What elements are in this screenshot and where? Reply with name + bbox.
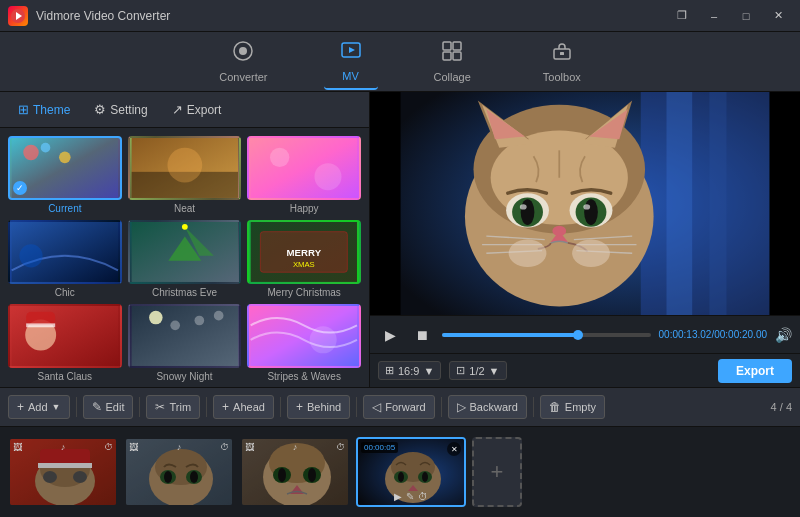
clip-1-clock-icon: ⏱ — [104, 442, 113, 452]
svg-rect-40 — [251, 306, 357, 366]
svg-rect-43 — [641, 92, 770, 315]
ratio-select[interactable]: ⊞ 16:9 ▼ — [378, 361, 441, 380]
theme-thumb-chic[interactable] — [8, 220, 122, 284]
play-button[interactable]: ▶ — [378, 323, 402, 347]
nav-converter[interactable]: Converter — [203, 34, 283, 89]
add-button[interactable]: + Add ▼ — [8, 395, 70, 419]
theme-thumb-happy[interactable] — [247, 136, 361, 200]
theme-thumb-santa[interactable] — [8, 304, 122, 368]
nav-toolbox[interactable]: Toolbox — [527, 34, 597, 89]
clip-4-time: 00:00:05 — [361, 442, 398, 453]
theme-item-neat[interactable]: Neat — [128, 136, 242, 214]
theme-item-merry-christmas[interactable]: MERRY XMAS Merry Christmas — [247, 220, 361, 298]
maximize-button[interactable]: – — [700, 7, 728, 25]
forward-button[interactable]: ◁ Forward — [363, 395, 434, 419]
minimize-button[interactable]: ❐ — [668, 7, 696, 25]
trim-button[interactable]: ✂ Trim — [146, 395, 200, 419]
behind-button[interactable]: + Behind — [287, 395, 350, 419]
theme-item-stripes-waves[interactable]: Stripes & Waves — [247, 304, 361, 382]
add-clip-icon: + — [491, 459, 504, 485]
clip-4-play-icon[interactable]: ▶ — [394, 491, 402, 502]
empty-button[interactable]: 🗑 Empty — [540, 395, 605, 419]
theme-item-christmas-eve[interactable]: Christmas Eve — [128, 220, 242, 298]
tab-setting[interactable]: ⚙ Setting — [84, 98, 157, 121]
theme-item-santa-claus[interactable]: Santa Claus — [8, 304, 122, 382]
svg-point-37 — [170, 320, 180, 330]
clip-2-overlay: 🖼 ♪ ⏱ — [126, 439, 232, 505]
nav-collage[interactable]: Collage — [418, 34, 487, 89]
timeline-clip-1[interactable]: 🖼 ♪ ⏱ — [8, 437, 118, 507]
mv-icon — [340, 39, 362, 66]
svg-rect-7 — [443, 52, 451, 60]
theme-label-santa-claus: Santa Claus — [38, 371, 92, 382]
timeline-clip-3[interactable]: 🖼 ♪ ⏱ — [240, 437, 350, 507]
svg-point-38 — [194, 316, 204, 326]
theme-thumb-snowy[interactable] — [128, 304, 242, 368]
restore-button[interactable]: □ — [732, 7, 760, 25]
app-title: Vidmore Video Converter — [36, 9, 668, 23]
behind-label: Behind — [307, 401, 341, 413]
clip-3-music-icon: ♪ — [293, 442, 298, 452]
theme-item-happy[interactable]: Happy — [247, 136, 361, 214]
theme-thumb-neat[interactable] — [128, 136, 242, 200]
export-button[interactable]: Export — [718, 359, 792, 383]
clip-2-photo-icon: 🖼 — [129, 442, 138, 452]
nav-mv[interactable]: MV — [324, 33, 378, 90]
left-panel: ⊞ Theme ⚙ Setting ↗ Export — [0, 92, 370, 387]
preview-video — [370, 92, 800, 315]
tab-export[interactable]: ↗ Export — [162, 98, 232, 121]
quality-chevron: ▼ — [489, 365, 500, 377]
clip-4-clock-icon[interactable]: ⏱ — [418, 491, 428, 502]
forward-label: Forward — [385, 401, 425, 413]
close-button[interactable]: ✕ — [764, 7, 792, 25]
theme-item-snowy-night[interactable]: Snowy Night — [128, 304, 242, 382]
ahead-button[interactable]: + Ahead — [213, 395, 274, 419]
clip-1-top: 🖼 ♪ ⏱ — [13, 442, 113, 452]
svg-point-12 — [23, 145, 38, 160]
theme-item-chic[interactable]: Chic — [8, 220, 122, 298]
time-current: 00:00:13.02 — [659, 329, 712, 340]
clip-4-edit-icon[interactable]: ✎ — [406, 491, 414, 502]
stop-button[interactable]: ⏹ — [410, 323, 434, 347]
quality-select[interactable]: ⊡ 1/2 ▼ — [449, 361, 506, 380]
theme-grid: ✓ Current — [0, 128, 369, 387]
time-total: 00:00:20.00 — [714, 329, 767, 340]
theme-thumb-merry-christmas[interactable]: MERRY XMAS — [247, 220, 361, 284]
quality-value: 1/2 — [469, 365, 484, 377]
theme-thumb-christmas-eve[interactable] — [128, 220, 242, 284]
progress-bar[interactable] — [442, 333, 651, 337]
tab-export-label: Export — [187, 103, 222, 117]
timeline-clip-4[interactable]: 00:00:05 ✕ ▶ ✎ ⏱ — [356, 437, 466, 507]
converter-icon — [232, 40, 254, 67]
svg-point-72 — [572, 240, 610, 267]
clip-1-music-icon: ♪ — [61, 442, 66, 452]
theme-item-current[interactable]: ✓ Current — [8, 136, 122, 214]
svg-point-57 — [521, 199, 535, 225]
tab-theme[interactable]: ⊞ Theme — [8, 98, 80, 121]
forward-icon: ◁ — [372, 400, 381, 414]
clip-4-close[interactable]: ✕ — [447, 442, 461, 456]
clip-4-controls: ▶ ✎ ⏱ — [361, 491, 461, 502]
edit-button[interactable]: ✎ Edit — [83, 395, 134, 419]
volume-icon[interactable]: 🔊 — [775, 327, 792, 343]
trim-icon: ✂ — [155, 400, 165, 414]
svg-point-20 — [315, 163, 342, 190]
timeline-clip-2[interactable]: 🖼 ♪ ⏱ — [124, 437, 234, 507]
theme-thumb-current[interactable]: ✓ — [8, 136, 122, 200]
add-clip-button[interactable]: + — [472, 437, 522, 507]
backward-button[interactable]: ▷ Backward — [448, 395, 527, 419]
main-area: ⊞ Theme ⚙ Setting ↗ Export — [0, 92, 800, 387]
svg-point-61 — [584, 199, 598, 225]
theme-label-current: Current — [48, 203, 81, 214]
svg-rect-5 — [443, 42, 451, 50]
collage-icon — [441, 40, 463, 67]
svg-point-17 — [167, 148, 202, 183]
backward-label: Backward — [470, 401, 518, 413]
toolbar-sep-5 — [356, 397, 357, 417]
theme-thumb-stripes[interactable] — [247, 304, 361, 368]
clip-2-top: 🖼 ♪ ⏱ — [129, 442, 229, 452]
svg-point-3 — [239, 47, 247, 55]
theme-tab-icon: ⊞ — [18, 102, 29, 117]
right-panel: ▶ ⏹ 00:00:13.02/00:00:20.00 🔊 ⊞ 16:9 ▼ ⊡… — [370, 92, 800, 387]
theme-label-happy: Happy — [290, 203, 319, 214]
